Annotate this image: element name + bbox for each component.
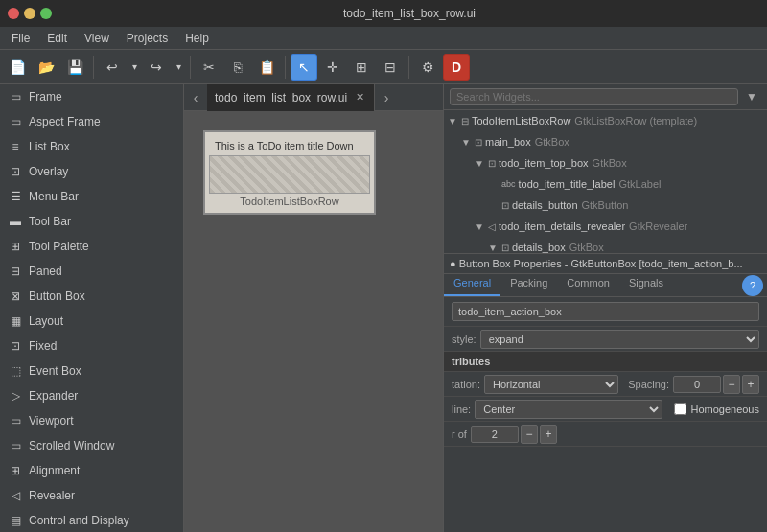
- sidebar-item-expander[interactable]: ▷ Expander: [0, 383, 183, 408]
- tab-next-button[interactable]: ›: [375, 84, 398, 111]
- style-row: style: expand start end center edge: [444, 327, 767, 352]
- sidebar-label-control-display: Control and Display: [29, 514, 129, 527]
- menu-edit[interactable]: Edit: [39, 30, 75, 47]
- alignment-icon: ⊞: [8, 463, 23, 478]
- children-stepper: − +: [471, 425, 557, 444]
- undo-button[interactable]: ↩: [99, 54, 126, 81]
- sidebar-item-frame[interactable]: ▭ Frame: [0, 84, 183, 109]
- menu-projects[interactable]: Projects: [119, 30, 175, 47]
- sidebar-item-event-box[interactable]: ⬚ Event Box: [0, 359, 183, 383]
- baseline-select[interactable]: Center Top Bottom: [475, 400, 662, 419]
- editor-canvas[interactable]: This is a ToDo item title Down TodoItemL…: [184, 111, 443, 532]
- spacing-plus[interactable]: +: [742, 375, 759, 394]
- sidebar-label-frame: Frame: [29, 90, 62, 104]
- maximize-button[interactable]: [40, 8, 52, 19]
- copy-button[interactable]: ⎘: [224, 54, 251, 81]
- search-input[interactable]: [450, 88, 738, 105]
- sidebar-item-menu-bar[interactable]: ☰ Menu Bar: [0, 184, 183, 209]
- tab-common[interactable]: Common: [557, 274, 619, 296]
- tree-node-title-label[interactable]: abc todo_item_title_label GtkLabel: [444, 173, 767, 195]
- expand-icon-top-box: ▼: [475, 158, 488, 169]
- sidebar-item-overlay[interactable]: ⊡ Overlay: [0, 159, 183, 184]
- homogeneous-checkbox[interactable]: [674, 403, 686, 415]
- pointer-button[interactable]: ✛: [319, 54, 346, 81]
- sidebar-item-scrolled-window[interactable]: ▭ Scrolled Window: [0, 433, 183, 458]
- children-minus[interactable]: −: [521, 425, 538, 444]
- tree-node-main-box[interactable]: ▼ ⊡ main_box GtkBox: [444, 131, 767, 152]
- close-button[interactable]: [8, 8, 19, 19]
- attributes-title: tributes: [444, 352, 767, 372]
- orientation-select[interactable]: Horizontal Vertical: [484, 375, 618, 394]
- new-button[interactable]: 📄: [4, 54, 31, 81]
- sidebar-item-fixed[interactable]: ⊡ Fixed: [0, 334, 183, 359]
- tab-filename: todo_item_list_box_row.ui: [215, 91, 347, 104]
- sidebar-item-paned[interactable]: ⊟ Paned: [0, 259, 183, 284]
- search-down-button[interactable]: ▼: [742, 87, 761, 106]
- children-label: r of: [452, 428, 467, 440]
- window-controls[interactable]: [8, 8, 52, 19]
- tree-node-revealer[interactable]: ▼ ◁ todo_item_details_revealer GtkReveal…: [444, 216, 767, 237]
- properties-header: ● Button Box Properties - GtkButtonBox […: [444, 254, 767, 274]
- widget-preview: This is a ToDo item title Down TodoItemL…: [203, 130, 376, 215]
- paste-button[interactable]: 📋: [253, 54, 280, 81]
- redo-button[interactable]: ↪: [143, 54, 170, 81]
- spacing-input[interactable]: [673, 376, 721, 393]
- tab-general[interactable]: General: [444, 274, 500, 296]
- cut-button[interactable]: ✂: [196, 54, 222, 81]
- expand-icon-main-box: ▼: [461, 137, 475, 148]
- open-button[interactable]: 📂: [33, 54, 59, 81]
- sidebar-item-button-box[interactable]: ⊠ Button Box: [0, 284, 183, 309]
- help-button[interactable]: ?: [742, 275, 763, 296]
- revealer-icon: ◁: [8, 488, 23, 503]
- sidebar-label-paned: Paned: [29, 265, 62, 278]
- menu-help[interactable]: Help: [177, 30, 217, 47]
- tool-bar-icon: ▬: [8, 214, 23, 229]
- widget-name-input[interactable]: [452, 302, 759, 321]
- tab-packing[interactable]: Packing: [500, 274, 557, 296]
- sidebar-item-viewport[interactable]: ▭ Viewport: [0, 408, 183, 433]
- spacing-label: Spacing:: [628, 379, 669, 390]
- sidebar-item-tool-bar[interactable]: ▬ Tool Bar: [0, 209, 183, 234]
- sidebar-item-tool-palette[interactable]: ⊞ Tool Palette: [0, 234, 183, 259]
- settings-button[interactable]: ⚙: [414, 54, 441, 81]
- sidebar-item-revealer[interactable]: ◁ Revealer: [0, 483, 183, 508]
- tab-signals[interactable]: Signals: [619, 274, 673, 296]
- editor-tab[interactable]: todo_item_list_box_row.ui ✕: [207, 84, 375, 111]
- sidebar-item-alignment[interactable]: ⊞ Alignment: [0, 458, 183, 483]
- viewport-icon: ▭: [8, 413, 23, 428]
- tree-node-details-box[interactable]: ▼ ⊡ details_box GtkBox: [444, 237, 767, 254]
- tab-prev-button[interactable]: ‹: [184, 84, 207, 111]
- homogeneous-label: Homogeneous: [674, 403, 759, 415]
- sidebar-label-list-box: List Box: [29, 140, 70, 153]
- sidebar-item-list-box[interactable]: ≡ List Box: [0, 134, 183, 159]
- icon-top-box: ⊡: [488, 158, 496, 169]
- spacing-stepper: − +: [673, 375, 759, 394]
- sidebar-item-layout[interactable]: ▦ Layout: [0, 309, 183, 334]
- select-button[interactable]: ↖: [291, 54, 317, 81]
- tree-node-details-btn[interactable]: ⊡ details_button GtkButton: [444, 195, 767, 216]
- style-label: style:: [452, 334, 476, 345]
- widget-preview-name: TodoItemListBoxRow: [209, 194, 370, 209]
- minimize-button[interactable]: [24, 8, 35, 19]
- tree-node-root[interactable]: ▼ ⊟ TodoItemListBoxRow GtkListBoxRow (te…: [444, 110, 767, 131]
- children-plus[interactable]: +: [540, 425, 557, 444]
- tree-type-top-box: GtkBox: [593, 157, 627, 169]
- spacing-minus[interactable]: −: [723, 375, 740, 394]
- drag-button[interactable]: ⊞: [348, 54, 375, 81]
- button-box-icon: ⊠: [8, 289, 23, 304]
- sidebar-item-control-display[interactable]: ▤ Control and Display: [0, 508, 183, 532]
- redo-dropdown[interactable]: ▾: [172, 54, 185, 81]
- separator-1: [93, 56, 94, 79]
- style-select[interactable]: expand start end center edge: [480, 330, 759, 349]
- sidebar-item-aspect-frame[interactable]: ▭ Aspect Frame: [0, 109, 183, 134]
- save-button[interactable]: 💾: [61, 54, 88, 81]
- align-button[interactable]: ⊟: [377, 54, 404, 81]
- undo-dropdown[interactable]: ▾: [128, 54, 141, 81]
- d-button[interactable]: D: [443, 54, 470, 81]
- tab-close-button[interactable]: ✕: [353, 91, 366, 104]
- tree-node-top-box[interactable]: ▼ ⊡ todo_item_top_box GtkBox: [444, 152, 767, 173]
- scrolled-window-icon: ▭: [8, 438, 23, 453]
- menu-view[interactable]: View: [77, 30, 117, 47]
- menu-file[interactable]: File: [4, 30, 37, 47]
- children-input[interactable]: [471, 426, 519, 443]
